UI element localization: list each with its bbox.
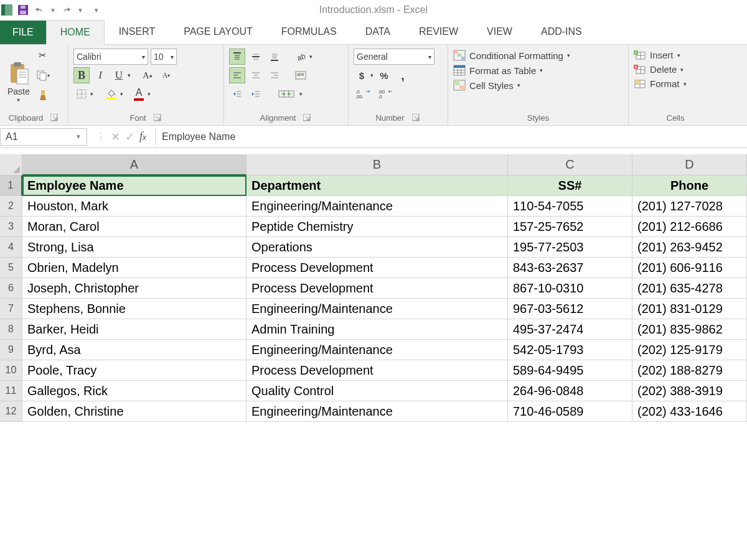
conditional-formatting-button[interactable]: Conditional Formatting ▾ [453, 50, 570, 61]
borders-button[interactable] [73, 86, 90, 102]
cell[interactable]: (201) 835-9862 [632, 319, 747, 340]
cell[interactable]: 542-05-1793 [508, 340, 632, 360]
accounting-dropdown-icon[interactable]: ▾ [370, 72, 374, 78]
row-header[interactable]: 9 [0, 340, 22, 360]
alignment-launcher-icon[interactable] [303, 114, 312, 123]
align-middle-button[interactable] [248, 49, 264, 65]
column-header[interactable]: B [247, 154, 508, 175]
name-box[interactable]: A1 ▼ [0, 128, 87, 146]
tab-formulas[interactable]: FORMULAS [267, 19, 351, 44]
redo-dropdown-icon[interactable]: ▼ [77, 7, 83, 14]
row-header[interactable]: 8 [0, 319, 22, 340]
orientation-button[interactable]: ab [293, 49, 309, 65]
accounting-format-button[interactable]: $ [354, 67, 370, 83]
row-header[interactable]: 11 [0, 381, 22, 401]
copy-dropdown-icon[interactable]: ▾ [47, 73, 50, 78]
select-all-corner[interactable] [0, 154, 22, 175]
redo-icon[interactable] [61, 4, 72, 16]
cell[interactable]: 843-63-2637 [508, 258, 632, 278]
font-color-button[interactable]: A [131, 86, 147, 102]
cell[interactable]: Engineering/Maintenance [247, 401, 508, 422]
cell[interactable]: Moran, Carol [22, 217, 247, 237]
cell[interactable]: (201) 831-0129 [632, 299, 747, 319]
cell[interactable]: Golden, Christine [22, 401, 247, 422]
insert-cells-button[interactable]: + Insert ▾ [634, 50, 687, 60]
comma-format-button[interactable]: , [395, 67, 411, 83]
cell[interactable]: Process Development [247, 258, 508, 278]
paste-button[interactable]: Paste ▾ [5, 47, 32, 103]
cell[interactable]: Engineering/Maintenance [247, 299, 508, 319]
tab-page-layout[interactable]: PAGE LAYOUT [169, 19, 267, 44]
cell[interactable]: Admin Training [247, 319, 508, 340]
align-left-button[interactable] [229, 67, 245, 83]
chevron-down-icon[interactable]: ▼ [75, 133, 82, 140]
align-bottom-button[interactable] [266, 49, 283, 65]
cell[interactable]: SS# [508, 175, 632, 196]
row-header[interactable]: 1 [0, 175, 22, 196]
cell[interactable]: 710-46-0589 [508, 401, 632, 422]
underline-dropdown-icon[interactable]: ▾ [128, 72, 131, 78]
copy-button[interactable]: ▾ [35, 67, 51, 83]
underline-button[interactable]: U [111, 67, 127, 83]
cell[interactable]: Obrien, Madelyn [22, 258, 247, 278]
tab-insert[interactable]: INSERT [105, 19, 169, 44]
cut-button[interactable]: ✂ [35, 47, 51, 63]
cell[interactable]: Engineering/Maintenance [247, 196, 508, 217]
cell[interactable]: 110-54-7055 [508, 196, 632, 217]
row-header[interactable]: 3 [0, 217, 22, 237]
decrease-indent-button[interactable] [229, 86, 245, 102]
fill-color-button[interactable] [103, 86, 120, 102]
cell-a1[interactable]: Employee Name [22, 175, 247, 196]
enter-formula-button[interactable]: ✓ [125, 130, 134, 144]
font-size-dropdown[interactable]: 10▾ [151, 49, 177, 65]
cell[interactable]: Department [247, 175, 508, 196]
cell[interactable]: Joseph, Christopher [22, 278, 247, 299]
cell[interactable]: (201) 263-9452 [632, 237, 747, 258]
cell[interactable]: Stephens, Bonnie [22, 299, 247, 319]
tab-data[interactable]: DATA [351, 19, 405, 44]
orientation-dropdown-icon[interactable]: ▾ [309, 54, 312, 60]
shrink-font-button[interactable]: A▾ [158, 67, 174, 83]
cell[interactable]: Quality Control [247, 381, 508, 401]
font-color-dropdown-icon[interactable]: ▾ [148, 91, 151, 97]
tab-home[interactable]: HOME [46, 20, 105, 45]
cell[interactable]: Process Development [247, 278, 508, 299]
fill-color-dropdown-icon[interactable]: ▾ [120, 91, 123, 97]
italic-button[interactable]: I [92, 67, 108, 83]
qat-customize-icon[interactable]: ▼ [93, 7, 100, 14]
font-launcher-icon[interactable] [154, 114, 162, 123]
cell[interactable]: (202) 125-9179 [632, 340, 747, 360]
row-header[interactable]: 6 [0, 278, 22, 299]
cell[interactable]: Byrd, Asa [22, 340, 247, 360]
cell[interactable]: Barker, Heidi [22, 319, 247, 340]
cell[interactable]: Peptide Chemistry [247, 217, 508, 237]
merge-center-button[interactable] [274, 86, 299, 102]
number-format-dropdown[interactable]: General▾ [354, 49, 435, 65]
wrap-text-button[interactable]: ab [293, 67, 309, 83]
row-header[interactable]: 10 [0, 360, 22, 381]
cell[interactable]: (201) 212-6686 [632, 217, 747, 237]
cell[interactable]: Operations [247, 237, 508, 258]
percent-format-button[interactable]: % [376, 67, 392, 83]
cell[interactable]: 967-03-5612 [508, 299, 632, 319]
format-cells-button[interactable]: Format ▾ [634, 78, 687, 89]
cell[interactable]: Phone [632, 175, 747, 196]
font-name-dropdown[interactable]: Calibri▾ [73, 49, 148, 65]
number-launcher-icon[interactable] [412, 114, 421, 123]
decrease-decimal-button[interactable]: .00.0 [376, 86, 396, 102]
borders-dropdown-icon[interactable]: ▾ [90, 91, 93, 97]
row-header[interactable]: 2 [0, 196, 22, 217]
undo-dropdown-icon[interactable]: ▼ [50, 7, 56, 14]
undo-icon[interactable] [34, 4, 45, 16]
cell[interactable]: (201) 606-9116 [632, 258, 747, 278]
increase-decimal-button[interactable]: .0.00 [354, 86, 374, 102]
delete-cells-button[interactable]: x Delete ▾ [634, 64, 687, 75]
clipboard-launcher-icon[interactable] [50, 114, 59, 123]
cell[interactable]: 195-77-2503 [508, 237, 632, 258]
column-header[interactable]: C [508, 154, 632, 175]
cell[interactable]: Strong, Lisa [22, 237, 247, 258]
cell[interactable]: (201) 635-4278 [632, 278, 747, 299]
cell[interactable]: (202) 433-1646 [632, 401, 747, 422]
tab-view[interactable]: VIEW [472, 19, 527, 44]
merge-dropdown-icon[interactable]: ▾ [299, 91, 303, 97]
